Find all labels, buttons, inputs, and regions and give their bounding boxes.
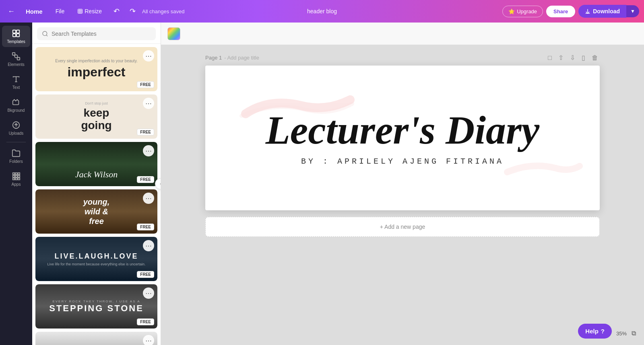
background-label: Bkground <box>8 108 25 113</box>
canvas-frame[interactable]: Lecturer's Diary BY : APRILELY AJENG FIT… <box>205 66 600 210</box>
folders-label: Folders <box>9 159 23 164</box>
svg-rect-12 <box>13 175 15 177</box>
sidebar-item-uploads[interactable]: Uploads <box>2 117 30 139</box>
livelaugh-main: LIVE.LAUGH.LOVE <box>54 252 138 261</box>
download-group: Download ▼ <box>578 5 639 18</box>
elements-label: Elements <box>8 62 25 67</box>
template-card-imperfect[interactable]: Every single imperfection adds to your b… <box>35 47 157 91</box>
sidebar-item-templates[interactable]: Templates <box>2 26 30 47</box>
imperfect-main: imperfect <box>67 65 125 80</box>
star-icon: ⭐ <box>508 8 515 14</box>
folder-icon <box>12 149 21 158</box>
sidebar-item-elements[interactable]: Elements <box>2 49 30 70</box>
topbar-right: ⭐ Upgrade Share Download ▼ <box>502 5 639 18</box>
uploads-icon <box>12 121 21 129</box>
svg-rect-3 <box>13 34 16 37</box>
stone-main: STEPPING STONE <box>49 303 144 314</box>
color-palette-button[interactable] <box>167 27 180 40</box>
main-layout: Templates Elements Text Bkground Uploads… <box>0 23 644 345</box>
upgrade-button[interactable]: ⭐ Upgrade <box>502 6 543 17</box>
template-card-mountain[interactable]: ⋯ <box>35 332 157 345</box>
mountain-more-button[interactable]: ⋯ <box>143 335 154 345</box>
imperfect-sub: Every single imperfection adds to your b… <box>55 59 137 63</box>
changes-saved-text: All changes saved <box>142 8 185 14</box>
redo-button[interactable]: ↷ <box>126 5 139 18</box>
imperfect-more-button[interactable]: ⋯ <box>143 50 154 62</box>
text-label: Text <box>12 85 20 90</box>
search-bar <box>32 23 161 44</box>
svg-rect-17 <box>18 178 20 180</box>
project-title: header blog <box>307 8 337 14</box>
search-input[interactable] <box>52 31 151 37</box>
keepgoing-free-badge: FREE <box>137 129 154 136</box>
zoom-expand-button[interactable]: ⧉ <box>630 328 638 339</box>
uploads-label: Uploads <box>9 131 24 136</box>
undo-button[interactable]: ↶ <box>110 5 123 18</box>
share-button[interactable]: Share <box>546 6 575 17</box>
svg-rect-16 <box>15 178 17 180</box>
topbar-left: ← Home File Resize ↶ ↷ All changes saved <box>5 5 499 18</box>
canvas-area: Page 1 - Add page title □ ⇧ ⇩ ▯ 🗑 <box>161 23 644 345</box>
apps-label: Apps <box>12 182 21 187</box>
svg-rect-13 <box>15 175 17 177</box>
template-card-stone[interactable]: EVERY ROCK THEY THROW, I USE AS A STEPPI… <box>35 284 157 329</box>
template-card-keepgoing[interactable]: Don't stop just keepgoing ⋯ FREE <box>35 94 157 139</box>
templates-list: Every single imperfection adds to your b… <box>32 44 161 345</box>
forest-free-badge: FREE <box>137 176 154 183</box>
keepgoing-sub: Don't stop just <box>85 101 108 105</box>
file-button[interactable]: File <box>51 6 70 17</box>
svg-rect-2 <box>17 30 19 33</box>
resize-button[interactable]: Resize <box>72 6 107 17</box>
wildnature-more-button[interactable]: ⋯ <box>143 193 154 204</box>
duplicate-page-button[interactable]: ▯ <box>580 53 587 62</box>
wildnature-text: young,wild &free <box>83 197 110 226</box>
resize-icon <box>77 8 83 14</box>
icon-sidebar: Templates Elements Text Bkground Uploads… <box>0 23 32 345</box>
canvas-subtitle: BY : APRILELY AJENG FITRIANA <box>301 157 504 166</box>
svg-rect-1 <box>13 30 16 33</box>
download-expand-button[interactable]: ▼ <box>626 5 639 17</box>
svg-point-18 <box>43 31 47 36</box>
keepgoing-more-button[interactable]: ⋯ <box>143 98 154 109</box>
add-page-button[interactable]: + Add a new page <box>205 217 600 237</box>
topbar: ← Home File Resize ↶ ↷ All changes saved… <box>0 0 644 23</box>
add-title-button[interactable]: - Add page title <box>224 55 259 61</box>
templates-panel: Every single imperfection adds to your b… <box>32 23 161 345</box>
download-button[interactable]: Download <box>578 5 626 18</box>
keepgoing-main: keepgoing <box>81 107 111 132</box>
home-button[interactable]: Home <box>21 6 47 17</box>
stone-free-badge: FREE <box>137 318 154 325</box>
help-label: Help <box>585 328 599 335</box>
sidebar-item-background[interactable]: Bkground <box>2 94 30 116</box>
template-card-jackwilson[interactable]: Jack Wilson ⋯ FREE <box>35 142 157 186</box>
stone-more-button[interactable]: ⋯ <box>143 288 154 299</box>
sidebar-item-folders[interactable]: Folders <box>2 146 30 167</box>
livelaugh-more-button[interactable]: ⋯ <box>143 240 154 251</box>
livelaugh-sub: Live life for the moment because everyth… <box>39 262 153 266</box>
page-number: Page 1 <box>205 55 222 61</box>
template-card-wildnature[interactable]: young,wild &free ⋯ FREE <box>35 189 157 234</box>
sidebar-item-apps[interactable]: Apps <box>2 168 30 190</box>
forest-more-button[interactable]: ⋯ <box>143 145 154 156</box>
svg-rect-7 <box>17 58 20 60</box>
delete-page-button[interactable]: 🗑 <box>590 53 600 62</box>
template-preview-mountain <box>35 332 157 345</box>
canvas-main: Page 1 - Add page title □ ⇧ ⇩ ▯ 🗑 <box>161 45 644 345</box>
canvas-toolbar <box>161 23 644 45</box>
svg-rect-11 <box>18 173 20 175</box>
back-button[interactable]: ← <box>5 5 18 18</box>
help-button[interactable]: Help ? <box>578 324 612 339</box>
page-title-bar: Page 1 - Add page title □ ⇧ ⇩ ▯ 🗑 <box>205 53 600 62</box>
text-icon <box>12 75 21 84</box>
page-up-button[interactable]: ⇧ <box>557 53 565 62</box>
brush-stroke-2 <box>503 158 584 178</box>
wildnature-free-badge: FREE <box>137 224 154 230</box>
templates-icon <box>12 29 21 38</box>
page-down-button[interactable]: ⇩ <box>568 53 577 62</box>
topbar-center: header blog <box>307 8 337 15</box>
comment-button[interactable]: □ <box>546 53 553 62</box>
template-card-livelaugh[interactable]: LIVE.LAUGH.LOVE Live life for the moment… <box>35 237 157 281</box>
svg-rect-10 <box>15 173 17 175</box>
canvas-title: Lecturer's Diary <box>266 110 539 150</box>
sidebar-item-text[interactable]: Text <box>2 72 30 93</box>
